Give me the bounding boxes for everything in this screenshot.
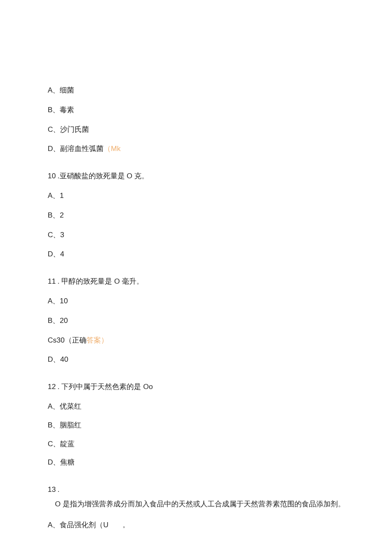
option-d: D、焦糖 (48, 457, 345, 468)
question-description: O 是指为增强营养成分而加入食品中的天然或人工合成属于天然营养素范围的食品添加剂… (48, 498, 345, 511)
option-a: A、10 (48, 296, 345, 306)
question-number: 13 (48, 485, 56, 494)
question-stem: 10.亚硝酸盐的致死量是 O 克。 (48, 171, 345, 181)
option-b: B、毒素 (48, 105, 345, 115)
option-b: B、2 (48, 210, 345, 221)
question-10: 10.亚硝酸盐的致死量是 O 克。 A、1 B、2 C、3 D、4 (48, 171, 345, 259)
option-d: D、4 (48, 249, 345, 259)
option-c: C、3 (48, 230, 345, 240)
question-text: .亚硝酸盐的致死量是 O 克。 (58, 172, 149, 180)
option-prefix: A、 (48, 402, 60, 410)
option-text: 靛蓝 (60, 440, 75, 448)
question-9-options: A、细菌 B、毒素 C、沙门氏菌 D、副溶血性弧菌（Mk (48, 85, 345, 154)
option-b: B、20 (48, 316, 345, 326)
question-stem: 12. 下列中属于天然色素的是 Oo (48, 382, 345, 392)
question-stem: 13. (48, 485, 345, 495)
question-12: 12. 下列中属于天然色素的是 Oo A、优菜红 B、胭脂红 C、靛蓝 D、焦糖 (48, 382, 345, 468)
option-prefix: B、 (48, 106, 60, 114)
option-a: A、1 (48, 191, 345, 201)
option-d: D、副溶血性弧菌（Mk (48, 144, 345, 154)
question-number: 12 (48, 383, 56, 391)
question-stem: 11. 甲醇的致死量是 O 毫升。 (48, 276, 345, 287)
option-prefix: B、 (48, 421, 60, 429)
option-text: 食品强化剂（U , (60, 521, 125, 529)
option-d: D、40 (48, 355, 345, 365)
question-text: . (58, 485, 60, 494)
option-prefix: A、 (48, 521, 60, 529)
option-a: A、食品强化剂（U , (48, 520, 345, 530)
option-prefix: C、 (48, 125, 60, 134)
question-11: 11. 甲醇的致死量是 O 毫升。 A、10 B、20 Cs30（正确答案） D… (48, 276, 345, 365)
option-a: A、细菌 (48, 85, 345, 96)
answer-marker: 答案） (86, 336, 108, 344)
answer-marker: （Mk (104, 145, 121, 153)
option-text: 细菌 (60, 86, 74, 94)
option-text: Cs30（正确 (48, 336, 86, 344)
option-text: 沙门氏菌 (60, 125, 89, 134)
option-text: 焦糖 (60, 458, 75, 466)
option-a: A、优菜红 (48, 401, 345, 412)
option-c: C、靛蓝 (48, 439, 345, 449)
question-text: . 甲醇的致死量是 O 毫升。 (58, 277, 144, 285)
option-text: 毒素 (60, 106, 74, 114)
option-prefix: C、 (48, 440, 60, 448)
option-prefix: D、 (48, 458, 60, 466)
question-number: 10 (48, 172, 56, 180)
option-c: C、沙门氏菌 (48, 125, 345, 135)
option-text: 副溶血性弧菌 (60, 145, 104, 153)
option-c: Cs30（正确答案） (48, 335, 345, 346)
option-b: B、胭脂红 (48, 420, 345, 430)
question-13: 13. O 是指为增强营养成分而加入食品中的天然或人工合成属于天然营养素范围的食… (48, 485, 345, 530)
question-text: . 下列中属于天然色素的是 Oo (58, 383, 153, 391)
question-number: 11 (48, 277, 56, 285)
option-prefix: D、 (48, 145, 60, 153)
option-prefix: A、 (48, 86, 60, 94)
option-text: 优菜红 (60, 402, 81, 410)
option-text: 胭脂红 (60, 421, 81, 429)
